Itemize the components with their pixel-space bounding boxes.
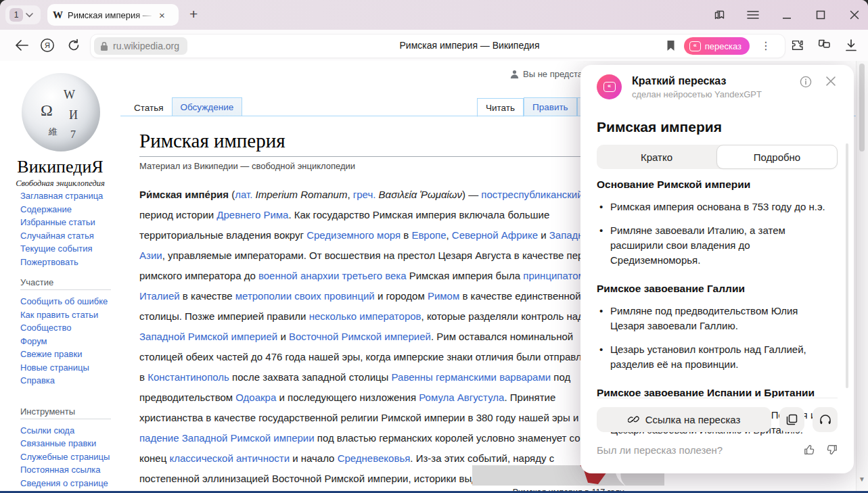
wiki-link[interactable]: Равенны — [392, 371, 433, 383]
wiki-link[interactable]: лат. — [235, 189, 252, 200]
tab-strip: 1 W Римская империя — В × + — [0, 0, 868, 30]
info-icon[interactable] — [800, 76, 812, 88]
sidebar-link[interactable]: Форум — [20, 335, 120, 348]
sidebar-link[interactable]: Постоянная ссылка — [20, 463, 120, 477]
listen-summary-button[interactable] — [813, 407, 838, 432]
summary-bullet: Римская империя основана в 753 году до н… — [597, 199, 832, 214]
thumbs-up-icon[interactable] — [804, 444, 816, 456]
sidebar-link[interactable]: Сведения о странице — [20, 477, 120, 490]
sidebar-link[interactable]: Избранные статьи — [20, 216, 120, 229]
summarize-button[interactable]: « пересказ — [684, 37, 750, 55]
summary-link-button[interactable]: Ссылка на пересказ — [597, 407, 771, 432]
article-text: Imperium Romanum — [252, 189, 347, 200]
scrollbar-thumb[interactable] — [859, 64, 865, 151]
article-text: и последующего низложения — [276, 392, 419, 403]
window-close-icon[interactable] — [848, 8, 861, 22]
wiki-link[interactable]: Восточной Римской империей — [289, 331, 431, 342]
panel-subtitle: сделан нейросетью YandexGPT — [632, 89, 762, 99]
wiki-link[interactable]: принципатом — [523, 270, 585, 281]
more-options-icon[interactable]: ⋮ — [760, 39, 771, 52]
wiki-link[interactable]: Европе — [411, 229, 446, 241]
wiki-link[interactable]: Западной Римской империей — [139, 331, 277, 342]
wiki-link[interactable]: Константинополь — [147, 371, 229, 383]
sidebar-link[interactable]: Сообщество — [20, 321, 120, 335]
window-minimize-icon[interactable] — [780, 8, 794, 22]
wiki-link[interactable]: несколько императоров — [309, 310, 421, 322]
sidebar-link[interactable]: Свежие правки — [20, 348, 120, 361]
article-tab[interactable]: Обсуждение — [172, 97, 243, 116]
article-tab[interactable]: Править — [524, 97, 577, 116]
yandexgpt-avatar-icon: « — [597, 74, 622, 99]
bookmark-icon[interactable] — [666, 40, 675, 51]
wiki-wordmark[interactable]: ВикипедиЯ — [0, 157, 120, 177]
article-text: , — [347, 189, 352, 200]
sidebar-link[interactable]: Заглавная страница — [20, 189, 120, 203]
panel-scrollbar-thumb[interactable] — [846, 143, 848, 388]
wiki-link[interactable]: постреспубликанский — [481, 189, 583, 200]
wikipedia-page: Ω W И 7 維 ВикипедиЯ Свободная энциклопед… — [0, 61, 868, 491]
summary-panel: « Краткий пересказ сделан нейросетью Yan… — [580, 65, 854, 473]
sidebar-link[interactable]: Пожертвовать — [20, 256, 120, 269]
article-text: ( — [229, 189, 235, 200]
user-icon — [510, 70, 519, 78]
sidebar-nav-section: Сообщить об ошибкеКак править статьиСооб… — [20, 295, 120, 388]
wiki-link[interactable]: классической античности — [169, 452, 290, 464]
sidebar-link[interactable]: Служебные страницы — [20, 450, 120, 464]
sidebar-link[interactable]: Справка — [20, 374, 120, 388]
scrollbar-down-arrow[interactable]: ▼ — [859, 475, 865, 483]
side-panels-icon[interactable] — [712, 8, 726, 22]
sidebar-link[interactable]: Связанные правки — [20, 437, 120, 450]
article-text: ) — — [462, 189, 481, 200]
sidebar-link[interactable]: Как править статьи — [20, 308, 120, 322]
article-tab[interactable]: Статья — [126, 98, 172, 117]
yandex-home-icon[interactable]: Я — [39, 37, 55, 53]
feedback-question: Был ли пересказ полезен? — [597, 444, 804, 456]
tab-close-icon[interactable]: × — [159, 10, 165, 20]
thumbs-down-icon[interactable] — [825, 444, 838, 456]
wiki-link[interactable]: греч. — [353, 189, 376, 200]
wiki-link[interactable]: падение Западной Римской империи — [139, 432, 315, 444]
article-text: и — [277, 331, 289, 342]
sidebar-link[interactable]: Новые страницы — [20, 361, 120, 375]
browser-menu-icon[interactable] — [746, 8, 760, 22]
reload-icon[interactable] — [66, 37, 82, 53]
panel-close-icon[interactable] — [825, 76, 836, 87]
extensions-puzzle-icon[interactable] — [789, 37, 805, 53]
url-chip[interactable]: ru.wikipedia.org — [94, 37, 187, 55]
sidebar-link[interactable]: Содержание — [20, 203, 120, 216]
sidebar-link[interactable]: Сообщить об ошибке — [20, 295, 120, 308]
page-scrollbar[interactable]: ▼ — [856, 61, 868, 491]
article-text: , — [447, 229, 452, 241]
back-icon[interactable] — [14, 37, 30, 53]
browser-tab[interactable]: W Римская империя — В × — [47, 4, 179, 26]
wiki-link[interactable]: Ромула Августула — [419, 392, 504, 403]
article-text: и городом — [375, 290, 428, 302]
sidebar-link[interactable]: Ссылки сюда — [20, 424, 120, 438]
chevron-down-icon — [26, 13, 33, 18]
window-maximize-icon[interactable] — [814, 8, 827, 22]
copy-summary-button[interactable] — [779, 407, 804, 432]
wiki-link[interactable]: Древнего Рима — [216, 209, 288, 220]
wiki-link[interactable]: метрополии своих провинций — [235, 290, 375, 302]
wiki-link[interactable]: военной анархии третьего века — [258, 270, 407, 281]
downloads-icon[interactable] — [843, 37, 859, 53]
article-tab[interactable]: Читать — [477, 98, 524, 117]
wiki-link[interactable]: Средневековья — [338, 452, 411, 464]
wiki-link[interactable]: Северной Африке — [452, 229, 538, 241]
wiki-link[interactable]: Италией — [139, 290, 180, 302]
wiki-link[interactable]: Одоакра — [235, 392, 276, 403]
collections-icon[interactable] — [816, 37, 832, 53]
sidebar-link[interactable]: Случайная статья — [20, 229, 120, 243]
article-text: , которые разделяли контроль над — [421, 310, 584, 322]
summary-mode-selected[interactable]: Подробно — [716, 145, 838, 169]
wiki-link[interactable]: Римом — [428, 290, 459, 302]
wikipedia-favicon: W — [53, 9, 63, 21]
wiki-link[interactable]: Средиземного моря — [306, 229, 401, 241]
wiki-link[interactable]: германскими варварами — [436, 371, 551, 383]
summary-mode-option[interactable]: Кратко — [597, 145, 716, 169]
address-bar[interactable]: ru.wikipedia.org Римская империя — Викип… — [90, 34, 785, 58]
new-tab-button[interactable]: + — [189, 6, 198, 22]
tab-group-button[interactable]: 1 — [5, 5, 41, 24]
wikipedia-logo[interactable]: Ω W И 7 維 — [22, 73, 100, 151]
sidebar-link[interactable]: Текущие события — [20, 242, 120, 256]
